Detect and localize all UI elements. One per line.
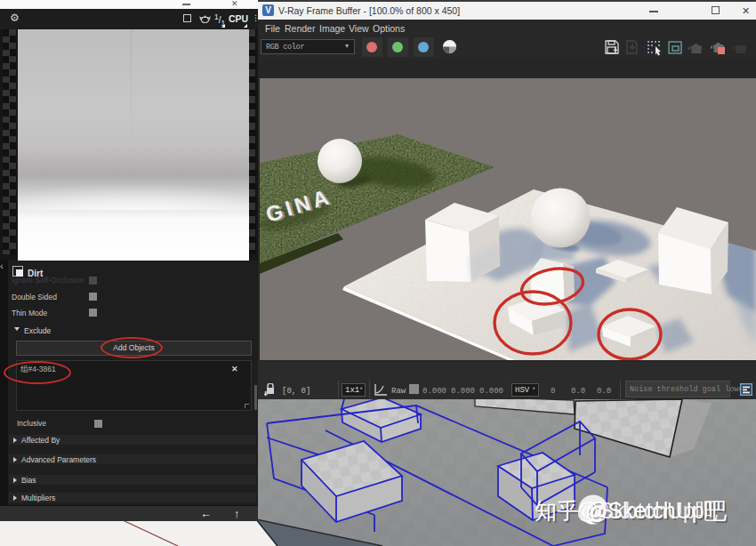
svg-text:@SkbtchUp吧: @SkbtchUp吧 — [576, 498, 718, 523]
